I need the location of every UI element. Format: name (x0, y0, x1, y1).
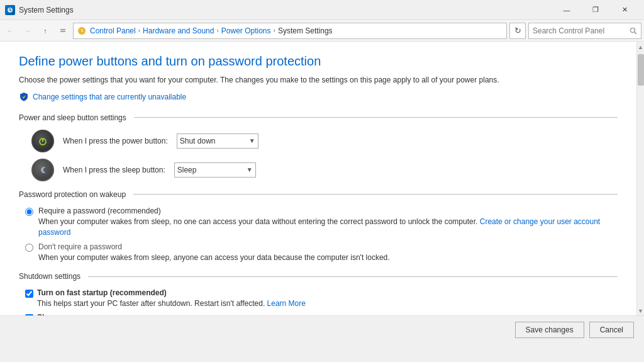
fast-startup-checkbox[interactable] (25, 290, 33, 298)
fast-startup-row: Turn on fast startup (recommended) This … (25, 288, 618, 309)
power-button-label: When I press the power button: (63, 137, 168, 145)
no-password-label: Don't require a password (38, 242, 390, 251)
page-description: Choose the power settings that you want … (19, 75, 618, 86)
scroll-thumb[interactable] (638, 54, 644, 86)
sleep-button-dropdown[interactable]: Sleep ▼ (174, 162, 256, 178)
main-area: Define power buttons and turn on passwor… (0, 42, 644, 315)
power-symbol-icon (37, 135, 48, 147)
search-icon (630, 27, 637, 35)
breadcrumb-hardware-sound[interactable]: Hardware and Sound (143, 26, 214, 35)
maximize-button[interactable]: ❐ (581, 0, 610, 20)
refresh-button[interactable]: ↻ (509, 23, 526, 39)
save-changes-button[interactable]: Save changes (515, 322, 584, 338)
breadcrumb-control-panel[interactable]: Control Panel (90, 26, 136, 35)
forward-button[interactable]: → (20, 23, 35, 38)
search-input[interactable] (533, 26, 627, 35)
sleep-button-setting: When I press the sleep button: Sleep ▼ (31, 159, 618, 181)
change-settings-row: Change settings that are currently unava… (19, 92, 618, 102)
sleep-button-selected: Sleep (177, 166, 197, 174)
require-password-desc: When your computer wakes from sleep, no … (38, 217, 618, 238)
sleep-label: Sleep (37, 313, 111, 315)
sleep-dropdown-arrow: ▼ (247, 166, 253, 173)
up-button[interactable]: ↑ (38, 23, 53, 38)
no-password-desc: When your computer wakes from sleep, any… (38, 252, 390, 263)
fast-startup-label: Turn on fast startup (recommended) (37, 288, 306, 297)
back-button[interactable]: ← (3, 23, 18, 38)
address-bar: ← → ↑ Control Panel › Hardware and Sound… (0, 20, 644, 42)
minimize-button[interactable]: — (552, 0, 581, 20)
sleep-button-label: When I press the sleep button: (63, 166, 165, 174)
bottom-bar: Save changes Cancel (0, 315, 644, 343)
password-section-header: Password protection on wakeup (19, 190, 618, 199)
search-box[interactable] (528, 23, 641, 39)
cancel-button[interactable]: Cancel (589, 322, 634, 338)
app-icon (5, 5, 15, 15)
window-controls: — ❐ ✕ (552, 0, 639, 20)
breadcrumb-current: System Settings (278, 26, 333, 35)
scroll-track[interactable] (638, 52, 644, 307)
change-settings-link[interactable]: Change settings that are currently unava… (33, 93, 186, 101)
scroll-down-button[interactable]: ▼ (636, 307, 644, 315)
svg-point-2 (631, 28, 635, 32)
power-button-selected: Shut down (180, 137, 216, 145)
breadcrumb-bar: Control Panel › Hardware and Sound › Pow… (73, 23, 507, 39)
power-sleep-section-header: Power and sleep button settings (19, 113, 618, 122)
close-button[interactable]: ✕ (610, 0, 639, 20)
power-button-dropdown[interactable]: Shut down ▼ (177, 133, 258, 149)
power-button-icon (31, 130, 54, 152)
breadcrumb-power-options[interactable]: Power Options (221, 26, 271, 35)
fast-startup-desc: This helps start your PC faster after sh… (37, 298, 306, 309)
sleep-checkbox[interactable] (25, 314, 33, 315)
title-bar: System Settings — ❐ ✕ (0, 0, 644, 20)
power-dropdown-arrow: ▼ (249, 137, 255, 144)
no-password-option: Don't require a password When your compu… (25, 242, 618, 263)
password-section: Password protection on wakeup Require a … (19, 190, 618, 263)
sleep-checkbox-row: Sleep Show in Power menu. (25, 313, 618, 315)
sleep-button-icon (31, 159, 54, 181)
shutdown-section: Shutdown settings Turn on fast startup (… (19, 272, 618, 315)
require-password-radio[interactable] (25, 208, 33, 216)
require-password-label: Require a password (recommended) (38, 206, 618, 215)
svg-line-3 (635, 32, 636, 34)
window-title: System Settings (19, 6, 552, 14)
page-title: Define power buttons and turn on passwor… (19, 54, 618, 69)
recent-locations-button[interactable] (55, 23, 70, 38)
sleep-moon-icon (38, 165, 48, 175)
shield-icon (19, 92, 29, 102)
no-password-radio[interactable] (25, 244, 33, 252)
scrollbar[interactable]: ▲ ▼ (636, 42, 644, 315)
shutdown-section-header: Shutdown settings (19, 272, 618, 281)
power-button-setting: When I press the power button: Shut down… (31, 130, 618, 152)
scroll-up-button[interactable]: ▲ (636, 43, 644, 52)
require-password-option: Require a password (recommended) When yo… (25, 206, 618, 238)
content-area: Define power buttons and turn on passwor… (0, 42, 636, 315)
learn-more-link[interactable]: Learn More (267, 299, 306, 308)
